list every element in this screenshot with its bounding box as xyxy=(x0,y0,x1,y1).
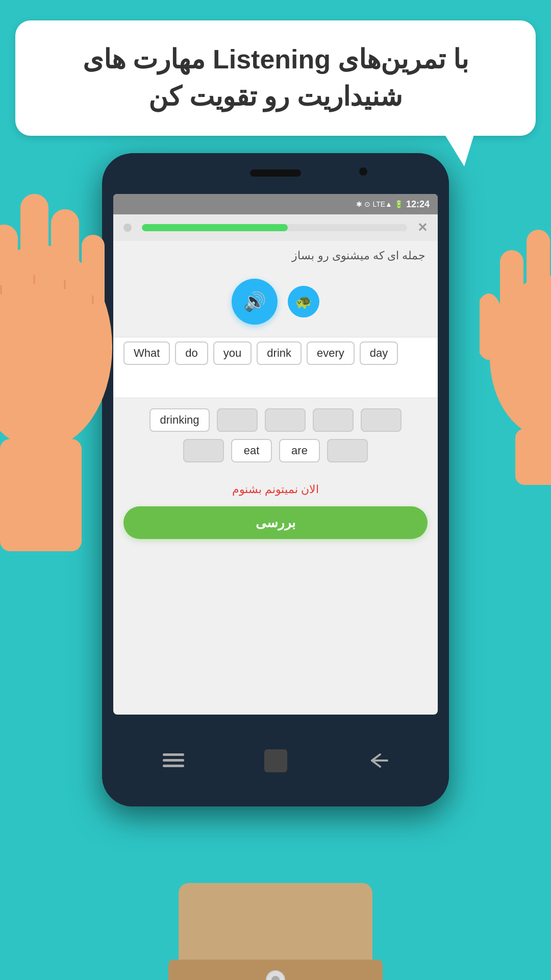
phone-camera xyxy=(359,167,367,176)
svg-rect-21 xyxy=(264,749,287,772)
answer-word-area: What do you drink every day xyxy=(113,337,438,398)
status-bar: ✱ ⊙ LTE▲ 🔋 12:24 xyxy=(113,194,438,214)
phone-body: ✱ ⊙ LTE▲ 🔋 12:24 ✕ جمله ای که میشنوی رو … xyxy=(102,153,449,806)
sleeve-illustration xyxy=(148,883,403,980)
svg-rect-13 xyxy=(527,230,550,347)
right-hand-illustration xyxy=(480,179,551,485)
phone-nav-bar xyxy=(102,715,449,806)
phone-device: ✱ ⊙ LTE▲ 🔋 12:24 ✕ جمله ای که میشنوی رو … xyxy=(102,153,449,806)
clock: 12:24 xyxy=(406,199,430,210)
svg-rect-1 xyxy=(0,225,18,337)
bluetooth-icon: ✱ xyxy=(356,200,362,208)
progress-dot xyxy=(123,224,132,232)
progress-area: ✕ xyxy=(113,214,438,241)
left-hand-illustration xyxy=(0,92,122,551)
bank-blank-1 xyxy=(217,408,258,432)
slow-audio-button[interactable]: 🐢 xyxy=(288,286,319,317)
progress-bar-container xyxy=(142,224,407,231)
close-button[interactable]: ✕ xyxy=(417,220,428,235)
audio-area: 🔊 🐢 xyxy=(113,266,438,337)
status-icons: ✱ ⊙ LTE▲ 🔋 xyxy=(356,200,403,208)
svg-rect-17 xyxy=(515,429,551,485)
bank-blank-3 xyxy=(313,408,354,432)
svg-rect-4 xyxy=(82,235,105,347)
answer-word-day[interactable]: day xyxy=(360,341,398,365)
word-bank-row-1: drinking xyxy=(123,408,428,432)
bubble-line1: با تمرین‌های Listening مهارت های xyxy=(41,41,510,78)
answer-word-drink[interactable]: drink xyxy=(257,341,302,365)
answer-word-every[interactable]: every xyxy=(307,341,355,365)
turtle-icon: 🐢 xyxy=(295,294,312,310)
svg-rect-3 xyxy=(51,209,79,342)
speaker-icon: 🔊 xyxy=(243,291,266,312)
nav-menu-button[interactable] xyxy=(156,743,191,778)
svg-rect-18 xyxy=(163,753,184,756)
answer-word-do[interactable]: do xyxy=(175,341,208,365)
cant-listen-link[interactable]: الان نمیتونم بشنوم xyxy=(113,473,438,506)
nav-back-button[interactable] xyxy=(360,743,395,778)
progress-bar-fill xyxy=(142,224,288,231)
battery-icon: 🔋 xyxy=(394,200,403,208)
svg-rect-6 xyxy=(0,439,82,551)
svg-rect-19 xyxy=(163,759,184,762)
answer-word-you[interactable]: you xyxy=(213,341,252,365)
alarm-icon: ⊙ xyxy=(364,200,370,208)
word-bank-area: drinking eat are xyxy=(113,398,438,473)
svg-rect-20 xyxy=(163,765,184,767)
signal-icon: LTE▲ xyxy=(372,200,392,208)
bank-word-drinking[interactable]: drinking xyxy=(149,408,209,432)
svg-rect-2 xyxy=(20,194,48,337)
phone-speaker xyxy=(250,169,301,177)
phone-screen: ✱ ⊙ LTE▲ 🔋 12:24 ✕ جمله ای که میشنوی رو … xyxy=(113,194,438,715)
bank-blank-5 xyxy=(183,439,224,462)
check-button[interactable]: بررسی xyxy=(123,506,428,539)
instruction-text: جمله ای که میشنوی رو بساز xyxy=(113,241,438,266)
bank-word-are[interactable]: are xyxy=(279,439,320,462)
bank-blank-6 xyxy=(327,439,368,462)
bank-blank-4 xyxy=(361,408,402,432)
bank-word-eat[interactable]: eat xyxy=(231,439,272,462)
nav-home-button[interactable] xyxy=(258,743,293,778)
word-bank-row-2: eat are xyxy=(123,439,428,462)
answer-word-what[interactable]: What xyxy=(123,341,170,365)
bank-blank-2 xyxy=(265,408,306,432)
play-audio-button[interactable]: 🔊 xyxy=(232,279,278,325)
